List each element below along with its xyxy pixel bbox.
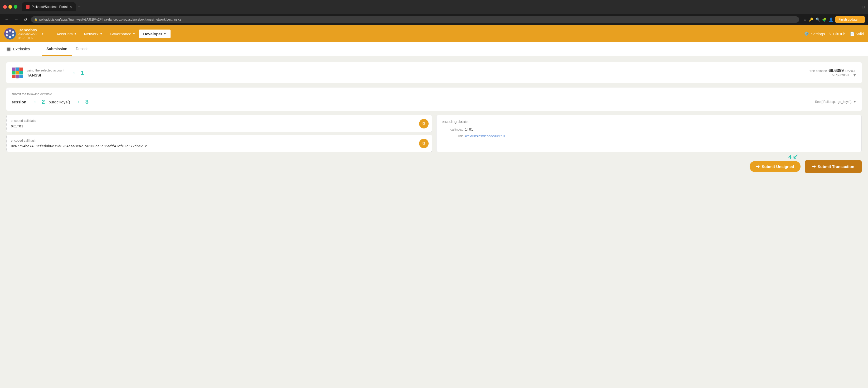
extrinsic-section: submit the following extrinsic session ←…	[6, 88, 862, 111]
finish-update-button[interactable]: Finish update ⋮	[835, 17, 865, 23]
network-label: Network	[84, 32, 99, 36]
svg-point-6	[12, 34, 14, 36]
network-arrow-icon: ▼	[100, 32, 102, 35]
new-tab-icon[interactable]: +	[78, 4, 81, 10]
developer-menu-button[interactable]: Developer ▼	[139, 30, 170, 38]
svg-rect-15	[16, 74, 19, 78]
wiki-label: Wiki	[857, 32, 864, 36]
tab-decode[interactable]: Decode	[72, 42, 93, 56]
free-balance-label: free balance	[809, 69, 827, 73]
callindex-row: callindex 1f01	[442, 127, 857, 131]
sub-nav: ▣ Extrinsics Submission Decode	[0, 42, 868, 56]
submit-transaction-label: Submit Transaction	[818, 164, 854, 169]
using-account-label: using the selected account	[27, 68, 64, 72]
submit-unsigned-button[interactable]: ➡ Submit Unsigned	[750, 161, 800, 172]
submit-extrinsic-label: submit the following extrinsic	[11, 92, 857, 96]
back-button[interactable]: ←	[3, 16, 10, 23]
settings-button[interactable]: ⚙️ Settings	[804, 31, 825, 36]
svg-rect-16	[19, 74, 23, 78]
extrinsic-pallet[interactable]: session	[11, 100, 26, 104]
svg-rect-12	[16, 71, 19, 74]
annotation-3: ← 3	[76, 98, 89, 106]
brand-name: Dancebox	[19, 28, 38, 32]
brand-text: Dancebox dancebox/500 #1,510,055	[19, 28, 38, 40]
tab-close-icon[interactable]: ✕	[70, 5, 72, 9]
github-link[interactable]: ⑂ GitHub	[829, 32, 846, 36]
settings-gear-icon: ⚙️	[804, 31, 809, 36]
svg-point-5	[6, 34, 8, 36]
forward-button[interactable]: →	[13, 16, 20, 23]
balance-value: 69.6399	[829, 68, 844, 73]
encoding-details-panel: encoding details callindex 1f01 link #/e…	[436, 115, 862, 152]
minimize-traffic-light[interactable]	[8, 5, 12, 9]
account-left: using the selected account TANSSI ← 1	[11, 67, 84, 79]
toolbar-actions: ☆ 🔑 🔍 🧩 👤 Finish update ⋮	[803, 17, 865, 23]
browser-chrome: Polkadot/Substrate Portal ✕ + ⊡	[0, 0, 868, 14]
account-dropdown-button[interactable]: ▼	[853, 73, 857, 77]
account-right: free balance 69.6399 DANCE 5FgYJYKVJ... …	[809, 68, 857, 77]
governance-arrow-icon: ▼	[132, 32, 135, 35]
nav-right: ⚙️ Settings ⑂ GitHub 📄 Wiki	[804, 31, 864, 36]
encoding-link[interactable]: #/extrinsics/decode/0x1f01	[465, 134, 505, 138]
svg-point-2	[9, 36, 11, 38]
extrinsic-method[interactable]: purgeKeys()	[49, 100, 70, 104]
svg-rect-9	[16, 67, 19, 71]
brand-dropdown-arrow[interactable]: ▼	[41, 32, 44, 36]
sidebar-icon[interactable]: ⊡	[862, 5, 865, 9]
polkadot-logo-svg	[4, 28, 16, 39]
tab-submission[interactable]: Submission	[42, 42, 71, 56]
annotation-4: 4 ↙	[788, 152, 798, 161]
encoded-hash-value: 0x67754be7483cfed0b6e35d8264eaa3ea215650…	[11, 144, 428, 148]
governance-menu-button[interactable]: Governance ▼	[106, 30, 139, 38]
svg-rect-10	[19, 67, 23, 71]
lock-icon: 🔒	[34, 18, 38, 21]
settings-label: Settings	[811, 32, 825, 36]
traffic-lights	[3, 5, 18, 9]
annotation-3-arrow: ←	[76, 98, 84, 106]
account-section: using the selected account TANSSI ← 1 fr…	[6, 62, 862, 83]
encoding-link-text: #/extrinsics/decode/0x1f01	[465, 134, 505, 138]
encoded-hash-label: encoded call hash	[11, 139, 428, 143]
accounts-menu-button[interactable]: Accounts ▼	[53, 30, 81, 38]
extrinsic-see-link: See [`Pallet::purge_keys`]. ▼	[815, 100, 857, 104]
bottom-actions: 4 ↙ ➡ Submit Unsigned ➡ Submit Transacti…	[6, 160, 862, 177]
submit-transaction-button[interactable]: ➡ Submit Transaction	[805, 160, 862, 173]
encoded-call-value: 0x1f01	[11, 124, 428, 128]
account-address: 5FgYJYKVJ...	[832, 73, 851, 77]
accounts-arrow-icon: ▼	[74, 32, 77, 35]
see-link-text[interactable]: See [`Pallet::purge_keys`].	[815, 100, 852, 104]
brand-hash: #1,510,055	[19, 36, 38, 40]
tab-bar: Polkadot/Substrate Portal ✕ +	[22, 2, 81, 11]
see-link-dropdown[interactable]: ▼	[853, 100, 857, 104]
browser-toolbar: ← → ↺ 🔒 polkadot.js.org/apps/?rpc=wss%3A…	[0, 14, 868, 25]
annotation-2: ← 2	[33, 98, 45, 106]
extensions-icon[interactable]: 🧩	[822, 18, 827, 22]
app-nav: Dancebox dancebox/500 #1,510,055 ▼ Accou…	[0, 25, 868, 42]
maximize-traffic-light[interactable]	[14, 5, 18, 9]
main-content: using the selected account TANSSI ← 1 fr…	[0, 56, 868, 388]
brand-sub: dancebox/500	[19, 32, 38, 36]
submit-unsigned-icon: ➡	[756, 164, 760, 169]
zoom-icon[interactable]: 🔍	[815, 18, 820, 22]
active-tab[interactable]: Polkadot/Substrate Portal ✕	[22, 2, 76, 11]
copy-hash-button[interactable]: ⧉	[419, 139, 429, 148]
network-menu-button[interactable]: Network ▼	[81, 30, 106, 38]
encoding-details-title: encoding details	[442, 119, 857, 124]
data-panel-left: encoded call data 0x1f01 ⧉ encoded call …	[6, 115, 432, 152]
annotation-2-label: 2	[42, 98, 45, 105]
key-icon[interactable]: 🔑	[809, 18, 813, 22]
annotation-4-arrow: ↙	[793, 152, 798, 161]
profile-icon[interactable]: 👤	[829, 18, 833, 22]
bookmark-icon[interactable]: ☆	[803, 18, 807, 22]
close-traffic-light[interactable]	[3, 5, 7, 9]
reload-button[interactable]: ↺	[22, 16, 29, 23]
tab-label: Polkadot/Substrate Portal	[32, 5, 67, 9]
copy-call-data-button[interactable]: ⧉	[419, 119, 429, 128]
account-identicon	[12, 67, 23, 79]
address-bar[interactable]: 🔒 polkadot.js.org/apps/?rpc=wss%3A%2F%2F…	[31, 17, 799, 23]
wiki-link[interactable]: 📄 Wiki	[850, 31, 864, 36]
extrinsic-row: session ← 2 purgeKeys() ← 3 See [`Pallet…	[11, 98, 857, 106]
governance-label: Governance	[110, 32, 131, 36]
decode-tab-label: Decode	[76, 47, 89, 51]
finish-update-label: Finish update	[838, 18, 858, 21]
